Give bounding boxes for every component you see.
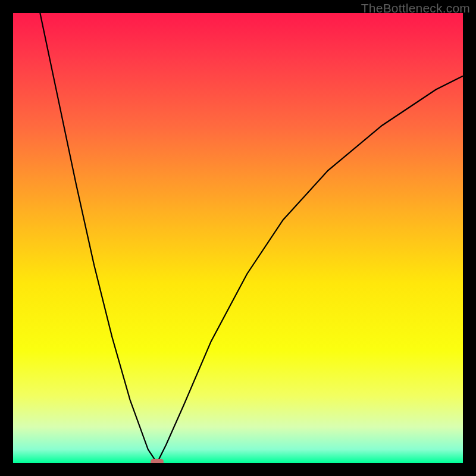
minimum-marker <box>151 459 164 463</box>
bottleneck-curve <box>13 13 463 463</box>
black-frame: TheBottleneck.com <box>0 0 476 476</box>
plot-area <box>13 13 463 463</box>
